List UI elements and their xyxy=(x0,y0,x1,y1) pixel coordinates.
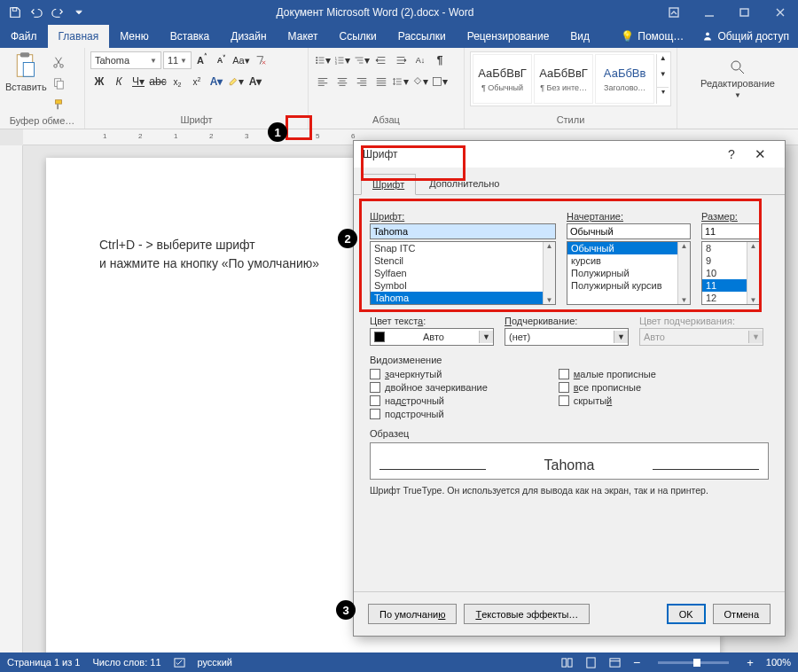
tab-layout[interactable]: Макет xyxy=(278,25,329,48)
strikethrough-button[interactable]: abc xyxy=(149,73,167,90)
status-words[interactable]: Число слов: 11 xyxy=(92,657,160,668)
font-color-combo[interactable]: Авто▼ xyxy=(370,328,494,346)
format-painter-button[interactable] xyxy=(50,96,67,113)
status-proofing-icon[interactable] xyxy=(174,656,185,668)
svg-rect-6 xyxy=(23,63,34,77)
tab-references[interactable]: Ссылки xyxy=(329,25,387,48)
font-size-combo[interactable]: 11▼ xyxy=(163,51,192,69)
zoom-out-button[interactable]: − xyxy=(633,655,640,669)
highlight-button[interactable]: ▾ xyxy=(227,73,245,90)
grow-font-button[interactable]: A˄ xyxy=(193,51,211,69)
zoom-slider[interactable] xyxy=(658,661,729,664)
chk-superscript[interactable]: надстрочный xyxy=(370,395,488,406)
svg-point-19 xyxy=(732,61,740,70)
shading-button[interactable]: ▾ xyxy=(411,73,429,90)
dialog-footer: 3 По умолчанию Текстовые эффекты… OK Отм… xyxy=(354,591,785,636)
bold-button[interactable]: Ж xyxy=(90,73,108,90)
chk-hidden[interactable]: скрытый xyxy=(559,395,656,406)
view-read-button[interactable] xyxy=(561,656,573,668)
shrink-font-button[interactable]: A˅ xyxy=(213,51,231,69)
status-bar: Страница 1 из 1 Число слов: 11 русский −… xyxy=(0,652,798,672)
redo-button[interactable] xyxy=(48,3,67,22)
underline-color-combo: Авто▼ xyxy=(639,328,763,346)
status-language[interactable]: русский xyxy=(198,657,232,668)
ribbon-display-button[interactable] xyxy=(656,0,692,25)
tab-mailings[interactable]: Рассылки xyxy=(387,25,457,48)
tab-review[interactable]: Рецензирование xyxy=(457,25,560,48)
save-button[interactable] xyxy=(5,3,25,22)
clear-formatting-button[interactable] xyxy=(252,51,270,69)
tab-design[interactable]: Дизайн xyxy=(220,25,277,48)
ok-button[interactable]: OK xyxy=(667,604,706,624)
italic-button[interactable]: К xyxy=(110,73,128,90)
svg-point-12 xyxy=(316,57,317,59)
font-name-combo[interactable]: Tahoma▼ xyxy=(90,51,161,69)
group-paragraph: ▾ 123▾ ▾ A↓ ¶ ▾ ▾ ▾ Абзац xyxy=(309,48,465,129)
change-case-button[interactable]: Aa▾ xyxy=(232,51,250,69)
align-right-button[interactable] xyxy=(353,73,371,90)
superscript-button[interactable]: x2 xyxy=(188,73,206,90)
text-effects-button-dlg[interactable]: Текстовые эффекты… xyxy=(464,604,590,624)
undo-button[interactable] xyxy=(27,3,46,22)
multilevel-button[interactable]: ▾ xyxy=(353,51,371,69)
window-controls xyxy=(656,0,798,25)
tab-home[interactable]: Главная xyxy=(48,25,110,48)
show-hide-button[interactable]: ¶ xyxy=(431,51,449,69)
chk-all-caps[interactable]: все прописные xyxy=(559,382,656,393)
view-print-button[interactable] xyxy=(585,656,597,668)
tell-me-label: Помощ… xyxy=(638,30,684,43)
close-button[interactable] xyxy=(763,0,798,25)
redbox-font-section xyxy=(359,199,762,312)
tab-menu[interactable]: Меню xyxy=(109,25,159,48)
chk-double-strike[interactable]: двойное зачеркивание xyxy=(370,382,488,393)
sort-button[interactable]: A↓ xyxy=(411,51,429,69)
share-button[interactable]: Общий доступ xyxy=(692,25,798,48)
set-default-button[interactable]: По умолчанию xyxy=(368,604,457,624)
chk-small-caps[interactable]: малые прописные xyxy=(559,369,656,379)
preview-note: Шрифт TrueType. Он используется для выво… xyxy=(370,485,769,496)
minimize-button[interactable] xyxy=(692,0,727,25)
increase-indent-button[interactable] xyxy=(392,51,410,69)
tell-me-button[interactable]: 💡 Помощ… xyxy=(612,25,692,48)
numbering-button[interactable]: 123▾ xyxy=(333,51,351,69)
tab-insert[interactable]: Вставка xyxy=(160,25,221,48)
line-spacing-button[interactable]: ▾ xyxy=(392,73,410,90)
maximize-button[interactable] xyxy=(727,0,763,25)
decrease-indent-button[interactable] xyxy=(372,51,390,69)
group-clipboard: Вставить Буфер обме… xyxy=(0,48,85,129)
view-web-button[interactable] xyxy=(609,656,621,668)
justify-button[interactable] xyxy=(372,73,390,90)
style-no-spacing[interactable]: АаБбВвГ¶ Без инте… xyxy=(534,54,593,104)
text-effects-button[interactable]: A▾ xyxy=(207,73,225,90)
cancel-button[interactable]: Отмена xyxy=(713,604,771,624)
chk-subscript[interactable]: подстрочный xyxy=(370,409,488,419)
copy-button[interactable] xyxy=(50,74,67,92)
underline-style-combo[interactable]: (нет)▼ xyxy=(505,328,629,346)
dialog-close-button[interactable]: ✕ xyxy=(744,146,776,162)
zoom-in-button[interactable]: + xyxy=(747,656,754,669)
tab-file[interactable]: Файл xyxy=(0,25,48,48)
styles-expand[interactable]: ▾ xyxy=(657,87,669,104)
align-center-button[interactable] xyxy=(333,73,351,90)
align-left-button[interactable] xyxy=(314,73,332,90)
chk-strikethrough[interactable]: зачеркнутый xyxy=(370,369,488,379)
status-page[interactable]: Страница 1 из 1 xyxy=(7,657,80,668)
tab-view[interactable]: Вид xyxy=(559,25,600,48)
callout-2: 2 xyxy=(338,229,357,248)
styles-gallery[interactable]: АаБбВвГ¶ Обычный АаБбВвГ¶ Без инте… АаБб… xyxy=(470,51,671,106)
borders-button[interactable]: ▾ xyxy=(431,73,449,90)
font-color-button[interactable]: A▾ xyxy=(246,73,264,90)
style-heading1[interactable]: АаБбВвЗаголово… xyxy=(595,54,654,104)
dialog-help-button[interactable]: ? xyxy=(719,147,744,161)
paste-button[interactable]: Вставить xyxy=(5,51,44,92)
underline-button[interactable]: Ч▾ xyxy=(129,73,147,90)
zoom-level[interactable]: 100% xyxy=(766,657,791,668)
subscript-button[interactable]: x2 xyxy=(168,73,186,90)
cut-button[interactable] xyxy=(50,53,67,71)
bullets-button[interactable]: ▾ xyxy=(314,51,332,69)
style-normal[interactable]: АаБбВвГ¶ Обычный xyxy=(473,54,532,104)
styles-scroll-down[interactable]: ▼ xyxy=(657,70,669,86)
qat-customize-button[interactable] xyxy=(69,3,89,22)
styles-scroll-up[interactable]: ▲ xyxy=(657,54,669,70)
editing-button[interactable]: Редактирование▼ xyxy=(690,59,786,99)
